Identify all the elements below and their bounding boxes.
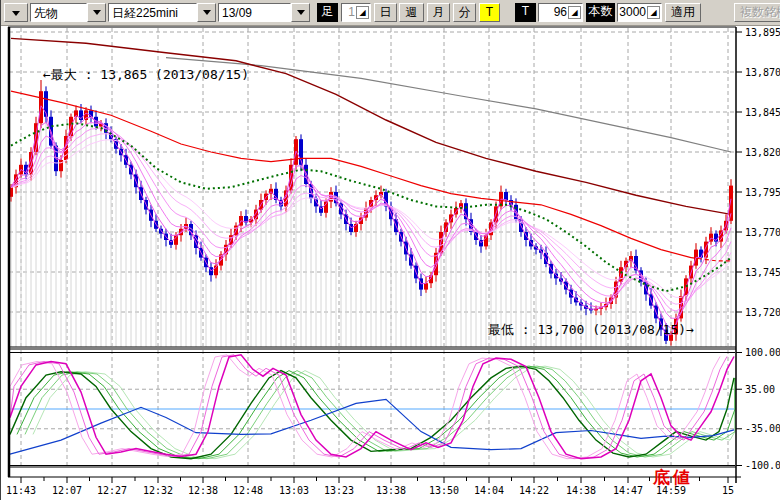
svg-text:12:27: 12:27	[97, 485, 127, 496]
svg-text:13,745: 13,745	[745, 267, 780, 278]
total-bars-input[interactable]: 3000 ◢	[617, 3, 662, 22]
period-week-button[interactable]: 週	[399, 3, 424, 22]
contract-select-arrow[interactable]	[291, 3, 310, 22]
svg-text:13,770: 13,770	[745, 227, 780, 238]
period-minute-button[interactable]: 分	[453, 3, 476, 22]
bars-visible-input[interactable]: 96 ◢	[538, 3, 583, 22]
svg-text:13:38: 13:38	[376, 485, 406, 496]
svg-text:-35.00: -35.00	[745, 423, 780, 434]
svg-text:13,720: 13,720	[745, 307, 780, 318]
svg-text:13,845: 13,845	[745, 107, 780, 118]
minute-input[interactable]: 1 ◢	[341, 3, 371, 22]
multi-symbol-button[interactable]: 複数銘柄	[734, 3, 780, 22]
chevron-down-icon	[203, 10, 211, 15]
svg-text:100.00: 100.00	[745, 347, 780, 358]
svg-text:14:04: 14:04	[474, 485, 504, 496]
symbol-select-arrow[interactable]	[197, 3, 216, 22]
bottom-price-annotation: 底値	[652, 467, 693, 487]
stepper-icon[interactable]: ◢	[568, 6, 581, 19]
svg-text:14:47: 14:47	[613, 485, 643, 496]
svg-text:35.00: 35.00	[745, 384, 775, 395]
svg-text:13:50: 13:50	[429, 485, 459, 496]
bars-visible-value: 96	[554, 4, 568, 21]
svg-text:14:22: 14:22	[519, 485, 549, 496]
minute-input-value: 1	[348, 4, 356, 21]
svg-text:14:38: 14:38	[566, 485, 596, 496]
svg-text:13:03: 13:03	[279, 485, 309, 496]
total-bars-value: 3000	[619, 4, 647, 21]
period-month-button[interactable]: 月	[427, 3, 450, 22]
chart-application-window: 先物 日経225mini 13/09 足 1 ◢ 日 週 月 分 T T 96 …	[0, 0, 780, 500]
svg-text:12:48: 12:48	[233, 485, 263, 496]
svg-text:12:38: 12:38	[188, 485, 218, 496]
t-label: T	[515, 3, 536, 22]
apply-button[interactable]: 適用	[665, 3, 701, 22]
window-menu-dropdown[interactable]	[4, 3, 28, 22]
chevron-down-icon	[12, 11, 20, 16]
stepper-icon[interactable]: ◢	[647, 6, 660, 19]
chart-region: 13,89513,87013,84513,82013,79513,77013,7…	[1, 25, 780, 500]
svg-text:13,820: 13,820	[745, 147, 780, 158]
chevron-down-icon	[93, 10, 101, 15]
oscillator-pane[interactable]	[9, 349, 736, 467]
svg-text:13,795: 13,795	[745, 187, 780, 198]
contract-select-value: 13/09	[218, 3, 291, 22]
main-chart-pane[interactable]	[9, 27, 736, 347]
stepper-icon[interactable]: ◢	[356, 6, 369, 19]
svg-text:-100.00: -100.00	[745, 460, 780, 471]
chart-canvas: 13,89513,87013,84513,82013,79513,77013,7…	[1, 25, 780, 500]
svg-text:13:23: 13:23	[324, 485, 354, 496]
honsu-label: 本数	[586, 3, 615, 22]
svg-text:15: 15	[722, 485, 734, 496]
period-day-button[interactable]: 日	[374, 3, 397, 22]
contract-select[interactable]: 13/09	[218, 3, 310, 22]
ashi-label: 足	[317, 3, 338, 22]
symbol-select[interactable]: 日経225mini	[108, 3, 216, 22]
market-select[interactable]: 先物	[30, 3, 106, 22]
toolbar: 先物 日経225mini 13/09 足 1 ◢ 日 週 月 分 T T 96 …	[1, 0, 780, 26]
market-select-arrow[interactable]	[87, 3, 106, 22]
svg-text:11:43: 11:43	[6, 485, 36, 496]
svg-text:12:07: 12:07	[52, 485, 82, 496]
symbol-select-value: 日経225mini	[108, 3, 197, 22]
svg-text:12:32: 12:32	[143, 485, 173, 496]
chevron-down-icon	[297, 10, 305, 15]
tick-chart-button[interactable]: T	[479, 3, 500, 22]
market-select-value: 先物	[30, 3, 87, 22]
svg-text:13,870: 13,870	[745, 67, 780, 78]
svg-text:13,895: 13,895	[745, 27, 780, 38]
